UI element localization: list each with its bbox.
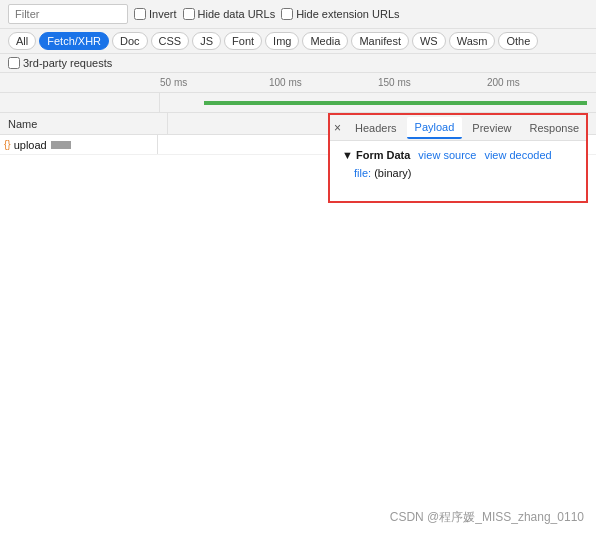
filter-btn-media[interactable]: Media [302,32,348,50]
filter-btn-all[interactable]: All [8,32,36,50]
detail-tab-payload[interactable]: Payload [407,117,463,139]
filter-btn-font[interactable]: Font [224,32,262,50]
row-name-text: upload [14,139,47,151]
field-value: (binary) [374,167,411,179]
form-data-header: ▼ Form Data view source view decoded [342,149,574,161]
third-party-label: 3rd-party requests [23,57,112,69]
hide-extension-urls-text: Hide extension URLs [296,8,399,20]
filter-buttons-row: AllFetch/XHRDocCSSJSFontImgMediaManifest… [0,29,596,54]
hide-data-urls-label[interactable]: Hide data URLs [183,8,276,20]
hide-extension-urls-label[interactable]: Hide extension URLs [281,8,399,20]
row-type-icon: {} [4,139,11,150]
detail-tab-headers[interactable]: Headers [347,117,405,139]
tick-label-2: 150 ms [378,77,411,88]
col-name-label: Name [8,118,37,130]
filter-btn-wasm[interactable]: Wasm [449,32,496,50]
view-source-link[interactable]: view source [418,149,476,161]
hide-data-urls-checkbox[interactable] [183,8,195,20]
form-field-row: file: (binary) [354,167,574,179]
table-header: Name ×HeadersPayloadPreviewResponseIniti… [0,113,596,135]
detail-tabs: ×HeadersPayloadPreviewResponseInitiator [330,115,586,141]
third-party-checkbox-label[interactable]: 3rd-party requests [8,57,112,69]
hide-extension-urls-checkbox[interactable] [281,8,293,20]
row-name-cell: {}upload [0,135,158,154]
third-party-checkbox[interactable] [8,57,20,69]
detail-close-button[interactable]: × [334,120,341,136]
watermark: CSDN @程序媛_MISS_zhang_0110 [390,509,584,526]
waterfall-bar-container [160,93,596,112]
timeline-ticks: 50 ms100 ms150 ms200 ms [160,73,596,92]
tick-label-1: 100 ms [269,77,302,88]
view-decoded-link[interactable]: view decoded [484,149,551,161]
invert-checkbox[interactable] [134,8,146,20]
waterfall-bar [204,101,588,105]
filter-btn-manifest[interactable]: Manifest [351,32,409,50]
filter-btn-img[interactable]: Img [265,32,299,50]
form-data-field: file: (binary) [342,167,574,179]
invert-checkbox-label[interactable]: Invert [134,8,177,20]
filter-btn-css[interactable]: CSS [151,32,190,50]
detail-panel: ×HeadersPayloadPreviewResponseInitiator … [328,113,588,203]
detail-tab-preview[interactable]: Preview [464,117,519,139]
tick-label-3: 200 ms [487,77,520,88]
filter-btn-js[interactable]: JS [192,32,221,50]
third-party-row: 3rd-party requests [0,54,596,73]
filter-btn-fetch-xhr[interactable]: Fetch/XHR [39,32,109,50]
detail-tab-initiator[interactable]: Initiator [589,117,596,139]
form-data-title: ▼ Form Data [342,149,410,161]
tick-label-0: 50 ms [160,77,187,88]
filter-btn-other[interactable]: Othe [498,32,538,50]
toolbar: Invert Hide data URLs Hide extension URL… [0,0,596,29]
filter-input[interactable] [8,4,128,24]
detail-content: ▼ Form Data view source view decoded fil… [330,141,586,201]
filter-btn-ws[interactable]: WS [412,32,446,50]
row-status-bar [51,141,71,149]
timeline-header: 50 ms100 ms150 ms200 ms [0,73,596,93]
filter-btn-doc[interactable]: Doc [112,32,148,50]
col-name-header: Name [8,113,168,134]
detail-tab-response[interactable]: Response [521,117,587,139]
waterfall-area [0,93,596,113]
hide-data-urls-text: Hide data URLs [198,8,276,20]
waterfall-name-spacer [0,93,160,112]
field-key: file: [354,167,374,179]
invert-label: Invert [149,8,177,20]
